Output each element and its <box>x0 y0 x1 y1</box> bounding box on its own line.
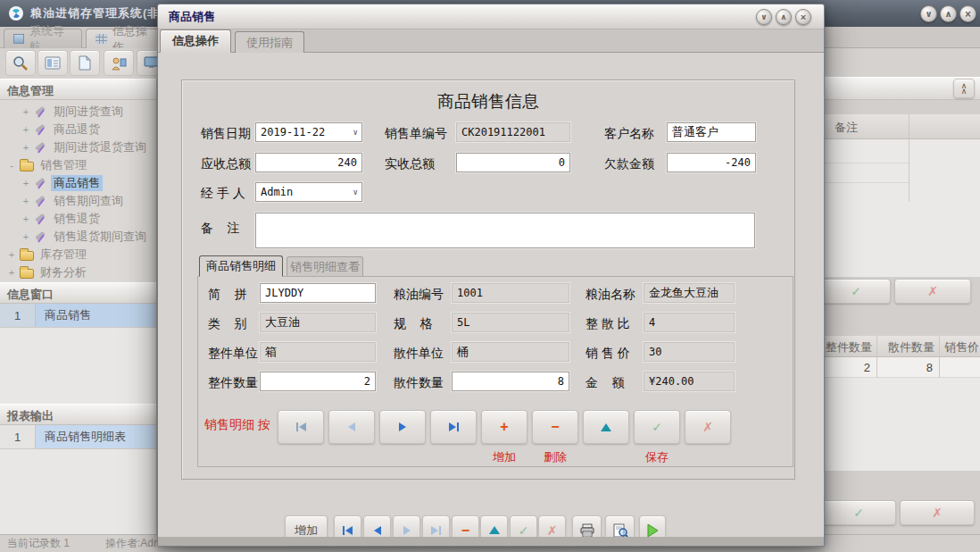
row-index: 1 <box>0 304 36 327</box>
detail-prev-button[interactable] <box>328 410 375 444</box>
expand-icon[interactable]: + <box>21 142 30 153</box>
tool-icon <box>34 230 47 244</box>
tree-item-product-return[interactable]: + 商品退货 <box>0 121 156 138</box>
confirm-button-upper[interactable]: ✓ <box>821 279 891 304</box>
handler-label: 经 手 人 <box>201 186 245 202</box>
dialog-close-button[interactable]: × <box>795 9 811 25</box>
whole-qty-field[interactable]: 2 <box>260 372 376 391</box>
collapse-icon[interactable]: - <box>7 160 16 171</box>
cancel-button-upper[interactable]: ✗ <box>894 279 971 304</box>
column-header-sale-price: 销售价 <box>944 339 979 355</box>
spec-value: 5L <box>457 316 469 329</box>
receivable-field[interactable]: 240 <box>255 153 362 172</box>
detail-first-button[interactable] <box>278 410 324 444</box>
main-maximize-button[interactable]: ∧ <box>940 5 957 22</box>
detail-cancel-button[interactable]: ✗ <box>685 410 731 444</box>
spec-label: 规 格 <box>394 316 433 332</box>
part-unit-field: 桶 <box>452 342 569 362</box>
dialog-minimize-button[interactable]: ∨ <box>756 9 772 25</box>
column-divider <box>909 114 909 202</box>
document-list-icon <box>45 56 61 71</box>
tree-item-sales-return[interactable]: + 销售退货 <box>0 210 156 228</box>
detail-edit-button[interactable] <box>583 410 629 444</box>
dialog-titlebar[interactable]: 商品销售 <box>158 4 824 29</box>
tree-item-product-sales[interactable]: + 商品销售 <box>0 174 156 192</box>
tree-item-label: 销售退货期间查询 <box>51 229 149 245</box>
detail-tab-detail-view[interactable]: 销售明细查看 <box>287 256 363 277</box>
close-icon: × <box>965 8 971 21</box>
product-sales-dialog: 商品销售 ∨ ∧ × 信息操作 使用指南 商品销售信息 销售日期 2019-11… <box>157 4 825 547</box>
tree-item-sales-return-period-query[interactable]: + 销售退货期间查询 <box>0 228 156 246</box>
expand-icon[interactable]: + <box>21 196 30 206</box>
confirm-button-lower[interactable]: ✓ <box>821 500 896 525</box>
part-qty-field[interactable]: 8 <box>452 372 569 391</box>
row-label: 商品销售 <box>36 304 156 327</box>
main-close-button[interactable]: × <box>959 5 976 22</box>
tool-icon <box>34 141 47 155</box>
expand-icon[interactable]: + <box>7 249 16 260</box>
search-button[interactable] <box>5 50 36 76</box>
tree-item-sales-period-query[interactable]: + 销售期间查询 <box>0 192 156 210</box>
expand-icon[interactable]: + <box>21 106 30 117</box>
dialog-restore-button[interactable]: ∧ <box>776 9 792 25</box>
sale-date-dropdown[interactable]: 2019-11-22 ∨ <box>255 122 362 142</box>
detail-save-button[interactable]: ✓ <box>634 410 680 444</box>
grid-icon <box>96 34 107 44</box>
tab-label: 销售明细查看 <box>290 259 360 275</box>
expand-icon[interactable]: + <box>21 178 30 188</box>
ratio-label: 整 散 比 <box>586 316 630 332</box>
window-list-row[interactable]: 1 商品销售 <box>0 304 156 328</box>
receivable-value: 240 <box>337 156 357 169</box>
handler-dropdown[interactable]: Admin ∨ <box>255 182 362 202</box>
cancel-button-lower[interactable]: ✗ <box>900 500 975 525</box>
arrears-field[interactable]: -240 <box>667 153 756 172</box>
window-list: 1 商品销售 <box>0 304 156 404</box>
save-caption: 保存 <box>634 449 680 465</box>
handler-value: Admin <box>261 186 293 198</box>
tree-item-label: 财务分析 <box>37 264 89 280</box>
pinyin-field[interactable]: JLYDDY <box>260 283 376 303</box>
tree-folder-financial-analysis[interactable]: + 财务分析 <box>0 263 156 281</box>
expand-icon[interactable]: + <box>21 124 30 135</box>
tree-folder-inventory-management[interactable]: + 库存管理 <box>0 246 156 263</box>
dialog-tab-user-guide[interactable]: 使用指南 <box>235 31 304 53</box>
collapse-panel-button[interactable]: ∧ ∧ <box>953 79 975 98</box>
tree-item-label: 库存管理 <box>37 247 89 263</box>
folder-icon <box>20 269 34 279</box>
main-minimize-button[interactable]: ∨ <box>920 5 937 22</box>
detail-tab-sales-detail[interactable]: 商品销售明细 <box>199 255 283 277</box>
detail-delete-button[interactable]: − <box>532 410 578 444</box>
expand-icon[interactable]: + <box>21 213 30 224</box>
tree-item-period-purchase-query[interactable]: + 期间进货查询 <box>0 103 156 121</box>
tree-item-period-purchase-return-query[interactable]: + 期间进货退货查询 <box>0 138 156 156</box>
square-icon <box>13 34 24 44</box>
expand-icon[interactable]: + <box>21 231 30 242</box>
last-record-icon <box>439 526 441 535</box>
report-list-row[interactable]: 1 商品销售明细表 <box>0 425 156 449</box>
remark-field[interactable] <box>255 213 755 248</box>
operator-button[interactable] <box>104 50 134 76</box>
column-header-part-qty: 散件数量 <box>888 339 934 355</box>
tab-info-operation[interactable]: 信息操作 <box>86 29 164 48</box>
add-caption: 增加 <box>481 449 527 465</box>
new-document-button[interactable] <box>70 50 100 76</box>
plus-icon: + <box>500 420 508 434</box>
chevron-down-icon: ∨ <box>353 188 358 197</box>
tab-label: 使用指南 <box>246 35 293 51</box>
tree-folder-sales-management[interactable]: - 销售管理 <box>0 156 156 174</box>
category-value: 大豆油 <box>265 314 300 330</box>
whole-qty-value: 2 <box>364 375 370 388</box>
detail-next-button[interactable] <box>379 410 426 444</box>
folder-icon <box>20 162 34 171</box>
tab-system-nav[interactable]: 系统导航 <box>4 29 82 48</box>
tab-label: 信息操作 <box>172 33 219 49</box>
minus-icon: − <box>551 420 559 434</box>
part-unit-label: 散件单位 <box>394 346 444 362</box>
detail-add-button[interactable]: + <box>481 410 527 444</box>
record-list-button[interactable] <box>37 50 68 76</box>
customer-field[interactable]: 普通客户 <box>667 122 756 142</box>
expand-icon[interactable]: + <box>7 267 16 278</box>
dialog-tab-info-operation[interactable]: 信息操作 <box>160 29 231 53</box>
detail-last-button[interactable] <box>430 410 477 444</box>
received-field[interactable]: 0 <box>456 153 570 172</box>
